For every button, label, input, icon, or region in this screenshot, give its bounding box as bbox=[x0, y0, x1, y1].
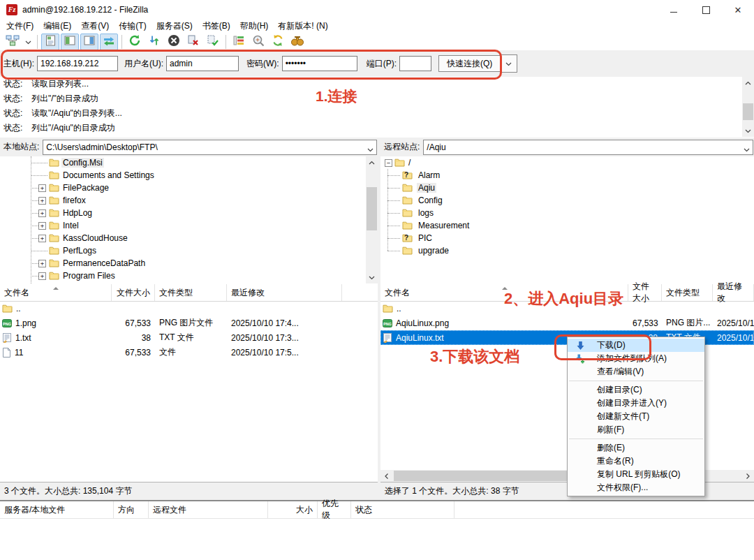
expand-plus-icon[interactable]: + bbox=[38, 260, 46, 267]
refresh-button[interactable] bbox=[126, 34, 144, 50]
menu-item-3[interactable]: 查看(V) bbox=[76, 19, 114, 34]
column-header-2[interactable]: 文件类型 bbox=[155, 284, 227, 301]
port-input[interactable] bbox=[399, 56, 431, 71]
tree-item-perflogs[interactable]: PerfLogs bbox=[0, 244, 378, 257]
menu-item-7[interactable]: 帮助(H) bbox=[235, 19, 274, 34]
column-header-3[interactable]: 最近修改 bbox=[227, 284, 342, 301]
menu-item-2[interactable]: 编辑(E) bbox=[38, 19, 76, 34]
username-input[interactable] bbox=[166, 56, 239, 71]
remote-site-label: 远程站点: bbox=[380, 141, 423, 153]
process-queue-button[interactable] bbox=[145, 34, 163, 50]
tree-item-label: Documents and Settings bbox=[61, 170, 156, 180]
menu-item-4[interactable]: 传输(T) bbox=[114, 19, 151, 34]
expand-plus-icon[interactable]: + bbox=[38, 235, 46, 242]
tree-item-program-files[interactable]: +Program Files bbox=[0, 270, 378, 282]
tree-item-intel[interactable]: +Intel bbox=[0, 219, 378, 232]
tree-item-kasscloudhouse[interactable]: +KassCloudHouse bbox=[0, 232, 378, 244]
scrollbar-thumb[interactable] bbox=[743, 103, 753, 120]
file-row-parent[interactable]: .. bbox=[0, 301, 378, 316]
tree-item-config[interactable]: Config bbox=[380, 194, 754, 207]
scroll-right-button[interactable] bbox=[742, 470, 754, 482]
tree-item-aqiu[interactable]: Aqiu bbox=[380, 182, 754, 194]
password-input[interactable] bbox=[282, 56, 357, 71]
file-row-aqiulinux-png[interactable]: PNGAqiuLinux.png67,533PNG 图片...2025/10/1… bbox=[380, 316, 754, 330]
tree-connector bbox=[31, 188, 38, 189]
message-log-scrollbar[interactable] bbox=[742, 77, 754, 137]
column-header-0[interactable]: 文件名 bbox=[0, 284, 112, 301]
context-menu-item-12[interactable]: 文件权限(F)... bbox=[568, 481, 704, 494]
site-manager-icon bbox=[6, 35, 20, 48]
scroll-down-button[interactable] bbox=[742, 125, 754, 137]
queue-column-header-1[interactable]: 方向 bbox=[114, 501, 149, 518]
synchronized-browsing-button[interactable] bbox=[269, 34, 287, 50]
toggle-transfer-queue-button[interactable] bbox=[100, 34, 118, 50]
collapse-minus-icon[interactable]: − bbox=[385, 159, 392, 167]
queue-column-header-3[interactable]: 大小 bbox=[268, 501, 318, 518]
column-header-3[interactable]: 最近修改 bbox=[713, 284, 754, 301]
column-header-1[interactable]: 文件大小 bbox=[112, 284, 155, 301]
queue-column-header-0[interactable]: 服务器/本地文件 bbox=[0, 501, 114, 518]
menu-item-8[interactable]: 有新版本! (N) bbox=[273, 19, 332, 34]
context-menu-item-6[interactable]: 创建新文件(T) bbox=[568, 410, 704, 423]
file-modified-cell: 2025/10/1... bbox=[713, 333, 754, 343]
filter-button[interactable] bbox=[230, 34, 248, 50]
remote-path-combo[interactable]: /Aqiu bbox=[423, 140, 753, 155]
disconnect-button[interactable] bbox=[184, 34, 202, 50]
menu-item-5[interactable]: 服务器(S) bbox=[151, 19, 198, 34]
maximize-button[interactable] bbox=[690, 0, 722, 20]
scroll-up-button[interactable] bbox=[742, 77, 754, 89]
reconnect-button[interactable] bbox=[204, 34, 222, 50]
expand-plus-icon[interactable]: + bbox=[38, 272, 46, 280]
menu-item-1[interactable]: 文件(F) bbox=[1, 19, 38, 34]
tree-item-upgrade[interactable]: upgrade bbox=[380, 244, 754, 257]
site-manager-button[interactable] bbox=[3, 34, 22, 50]
file-row-1-txt[interactable]: 1.txt38TXT 文件2025/10/10 17:3... bbox=[0, 330, 378, 345]
tree-item-config-msi[interactable]: Config.Msi bbox=[0, 156, 378, 169]
context-menu-item-10[interactable]: 重命名(R) bbox=[568, 455, 704, 468]
toggle-remote-tree-button[interactable] bbox=[80, 34, 98, 50]
host-input[interactable] bbox=[37, 56, 118, 71]
context-menu-item-11[interactable]: 复制 URL 到剪贴板(O) bbox=[568, 468, 704, 481]
expand-plus-icon[interactable]: + bbox=[38, 197, 46, 205]
expand-plus-icon[interactable]: + bbox=[38, 184, 46, 192]
context-menu-item-0[interactable]: 下载(D) bbox=[568, 339, 704, 352]
expand-plus-icon[interactable]: + bbox=[38, 209, 46, 217]
file-row-1-png[interactable]: PNG1.png67,533PNG 图片文件2025/10/10 17:4... bbox=[0, 316, 378, 330]
tree-item-hdplog[interactable]: +HdpLog bbox=[0, 207, 378, 219]
menu-item-6[interactable]: 书签(B) bbox=[198, 19, 235, 34]
toggle-message-log-button[interactable] bbox=[41, 34, 59, 50]
close-button[interactable]: ✕ bbox=[722, 0, 754, 20]
quickconnect-dropdown-button[interactable] bbox=[501, 54, 517, 73]
tree-item-permanencedatapath[interactable]: +PermanenceDataPath bbox=[0, 257, 378, 270]
column-header-1[interactable]: 文件大小 bbox=[628, 284, 662, 301]
tree-item-logs[interactable]: logs bbox=[380, 207, 754, 219]
scroll-left-button[interactable] bbox=[380, 470, 392, 482]
tree-item-firefox[interactable]: +firefox bbox=[0, 194, 378, 207]
context-menu-item-2[interactable]: 查看/编辑(V) bbox=[568, 365, 704, 378]
file-row-11[interactable]: 1167,533文件2025/10/10 17:5... bbox=[0, 345, 378, 360]
compare-directories-button[interactable] bbox=[249, 34, 267, 50]
context-menu-item-9[interactable]: 删除(E) bbox=[568, 441, 704, 455]
toggle-local-tree-button[interactable] bbox=[61, 34, 79, 50]
tree-item-pic[interactable]: ?PIC bbox=[380, 232, 754, 244]
minimize-button[interactable] bbox=[658, 0, 690, 20]
queue-column-header-4[interactable]: 优先级 bbox=[318, 501, 351, 518]
tree-item-root[interactable]: −/ bbox=[380, 156, 754, 169]
queue-column-header-5[interactable]: 状态 bbox=[351, 501, 454, 518]
queue-column-header-2[interactable]: 远程文件 bbox=[149, 501, 268, 518]
context-menu-item-5[interactable]: 创建目录并进入(Y) bbox=[568, 397, 704, 410]
cancel-button[interactable] bbox=[165, 34, 183, 50]
column-header-2[interactable]: 文件类型 bbox=[662, 284, 713, 301]
expand-plus-icon[interactable]: + bbox=[38, 222, 46, 230]
find-files-button[interactable] bbox=[288, 34, 306, 50]
tree-item-measurement[interactable]: Measurement bbox=[380, 219, 754, 232]
context-menu-item-7[interactable]: 刷新(F) bbox=[568, 423, 704, 436]
site-manager-dropdown-button[interactable] bbox=[23, 34, 34, 50]
tree-item-documents-and-settings[interactable]: Documents and Settings bbox=[0, 169, 378, 182]
tree-item-alarm[interactable]: ?Alarm bbox=[380, 169, 754, 182]
quickconnect-button[interactable]: 快速连接(Q) bbox=[438, 55, 501, 72]
local-path-combo[interactable]: C:\Users\admin\Desktop\FTP\ bbox=[43, 140, 377, 155]
context-menu-item-4[interactable]: 创建目录(C) bbox=[568, 383, 704, 397]
tree-item-filepackage[interactable]: +FilePackage bbox=[0, 182, 378, 194]
context-menu-item-1[interactable]: 添加文件到队列(A) bbox=[568, 352, 704, 365]
